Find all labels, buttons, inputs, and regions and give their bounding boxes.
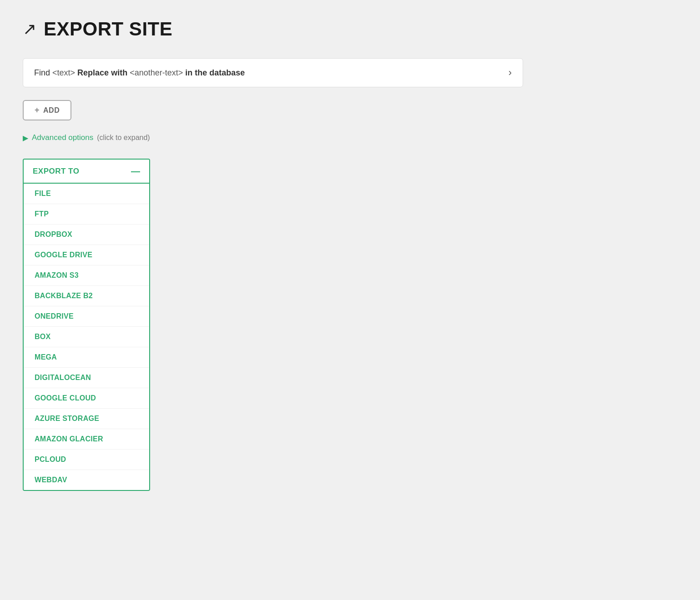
export-to-list-item[interactable]: AMAZON S3 (24, 265, 149, 286)
export-to-list: FILEFTPDROPBOXGOOGLE DRIVEAMAZON S3BACKB… (24, 184, 149, 490)
export-to-list-item[interactable]: FILE (24, 184, 149, 204)
add-button[interactable]: + ADD (23, 100, 71, 120)
in-database-text: in the database (185, 68, 245, 77)
find-code: <text> (52, 68, 75, 77)
export-to-header: EXPORT TO — (24, 160, 149, 184)
export-site-icon: ↗ (23, 20, 36, 39)
export-to-list-item[interactable]: AMAZON GLACIER (24, 429, 149, 450)
export-to-list-item[interactable]: DIGITALOCEAN (24, 368, 149, 388)
find-replace-bar: Find <text> Replace with <another-text> … (23, 58, 523, 87)
export-to-list-item[interactable]: GOOGLE CLOUD (24, 388, 149, 409)
export-to-panel: EXPORT TO — FILEFTPDROPBOXGOOGLE DRIVEAM… (23, 159, 150, 491)
export-to-list-item[interactable]: PCLOUD (24, 450, 149, 470)
advanced-options-hint: (click to expand) (97, 134, 150, 142)
export-to-list-item[interactable]: FTP (24, 204, 149, 225)
advanced-options-label: Advanced options (32, 133, 93, 142)
find-replace-chevron[interactable]: › (509, 67, 512, 79)
find-label: Find (34, 68, 52, 77)
replace-bold: Replace with (77, 68, 127, 77)
replace-code: <another-text> (130, 68, 183, 77)
find-replace-text: Find <text> Replace with <another-text> … (34, 68, 245, 78)
add-plus-icon: + (35, 105, 40, 115)
collapse-icon[interactable]: — (131, 166, 140, 176)
export-to-list-item[interactable]: DROPBOX (24, 225, 149, 245)
advanced-arrow-icon: ▶ (23, 134, 28, 142)
export-to-title: EXPORT TO (33, 167, 79, 176)
export-to-list-item[interactable]: BOX (24, 327, 149, 347)
export-to-list-item[interactable]: BACKBLAZE B2 (24, 286, 149, 306)
export-to-list-item[interactable]: AZURE STORAGE (24, 409, 149, 429)
export-to-list-item[interactable]: GOOGLE DRIVE (24, 245, 149, 265)
add-button-label: ADD (43, 106, 60, 115)
export-to-list-item[interactable]: ONEDRIVE (24, 306, 149, 327)
page-title: EXPORT SITE (44, 18, 172, 40)
page-header: ↗ EXPORT SITE (23, 18, 677, 40)
export-to-list-item[interactable]: WEBDAV (24, 470, 149, 490)
advanced-options[interactable]: ▶ Advanced options (click to expand) (23, 133, 677, 142)
export-to-list-item[interactable]: MEGA (24, 347, 149, 368)
